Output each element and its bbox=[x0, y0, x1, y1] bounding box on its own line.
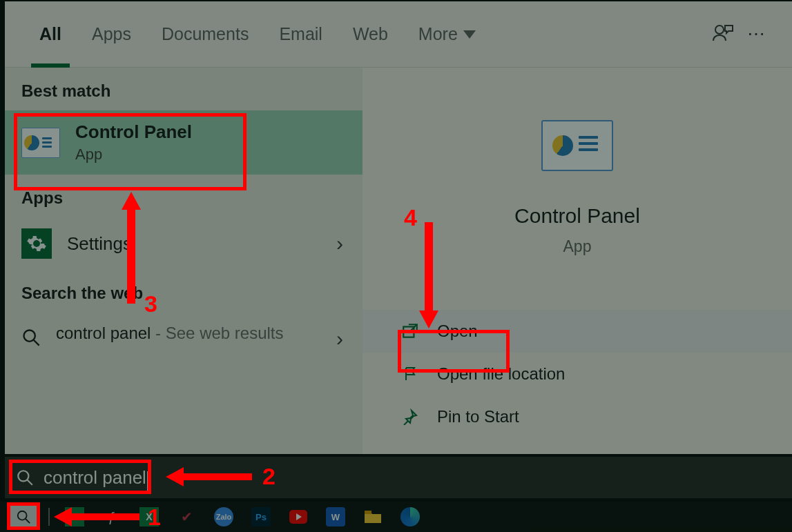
search-tabs: All Apps Documents Email Web More ⋯ bbox=[5, 1, 792, 68]
search-results-panel: All Apps Documents Email Web More ⋯ bbox=[5, 1, 792, 454]
pin-icon bbox=[400, 406, 421, 427]
settings-label: Settings bbox=[67, 233, 132, 255]
svg-rect-11 bbox=[365, 511, 371, 514]
svg-point-1 bbox=[715, 26, 724, 34]
annotation-arrow-3 bbox=[127, 207, 135, 304]
taskbar-app-edge[interactable] bbox=[396, 504, 424, 529]
svg-line-6 bbox=[27, 480, 32, 485]
annotation-arrowhead-4 bbox=[419, 311, 438, 328]
detail-title: Control Panel bbox=[514, 204, 640, 228]
control-panel-icon bbox=[541, 120, 613, 171]
svg-line-8 bbox=[26, 519, 30, 523]
chevron-down-icon bbox=[463, 30, 476, 39]
svg-point-5 bbox=[18, 471, 28, 481]
web-result-control-panel[interactable]: control panel - See web results › bbox=[5, 313, 363, 358]
text-cursor bbox=[147, 471, 148, 491]
apps-item-settings[interactable]: Settings › bbox=[5, 217, 363, 270]
taskbar-app-check[interactable]: ✔ bbox=[173, 504, 200, 529]
svg-point-7 bbox=[18, 511, 27, 520]
detail-sub: App bbox=[563, 237, 592, 256]
tab-more-label: More bbox=[418, 24, 458, 44]
taskbar-app-explorer[interactable] bbox=[359, 504, 387, 529]
taskbar-search-button[interactable] bbox=[10, 504, 37, 529]
detail-actions: Open Open file location Pin to Start bbox=[363, 310, 792, 438]
annotation-arrow-4 bbox=[425, 222, 433, 312]
svg-point-2 bbox=[24, 331, 35, 342]
tab-apps[interactable]: Apps bbox=[77, 1, 146, 68]
search-icon bbox=[16, 469, 34, 486]
action-pin-start-label: Pin to Start bbox=[437, 407, 519, 426]
svg-line-3 bbox=[34, 340, 39, 346]
best-match-control-panel[interactable]: Control Panel App bbox=[5, 110, 363, 175]
annotation-arrow-1 bbox=[70, 513, 139, 520]
tab-all[interactable]: All bbox=[24, 1, 77, 68]
taskbar-app-photoshop[interactable]: Ps bbox=[247, 504, 275, 529]
annotation-arrow-2 bbox=[183, 473, 252, 480]
tab-web[interactable]: Web bbox=[338, 1, 403, 68]
action-pin-to-start[interactable]: Pin to Start bbox=[363, 395, 792, 438]
tab-more[interactable]: More bbox=[403, 1, 491, 68]
annotation-arrowhead-1 bbox=[54, 507, 72, 526]
action-open-file-location[interactable]: Open file location bbox=[363, 353, 792, 395]
annotation-number-1: 1 bbox=[148, 504, 161, 531]
search-input-bar[interactable]: control panel bbox=[5, 457, 792, 498]
tab-email[interactable]: Email bbox=[264, 1, 338, 68]
action-open-label: Open bbox=[437, 322, 478, 341]
tab-documents[interactable]: Documents bbox=[146, 1, 264, 68]
gear-icon bbox=[21, 228, 52, 259]
best-match-sub: App bbox=[75, 146, 192, 164]
overflow-menu-icon[interactable]: ⋯ bbox=[740, 18, 773, 51]
action-open-location-label: Open file location bbox=[437, 364, 565, 384]
annotation-arrowhead-2 bbox=[166, 467, 184, 486]
results-left-column: Best match Control Panel App Apps bbox=[5, 68, 363, 454]
apps-header: Apps bbox=[5, 175, 363, 217]
chevron-right-icon: › bbox=[336, 327, 343, 351]
annotation-number-3: 3 bbox=[144, 290, 157, 317]
search-icon bbox=[21, 324, 41, 347]
annotation-number-4: 4 bbox=[404, 204, 417, 231]
web-query-text: control panel bbox=[56, 324, 151, 342]
search-input-value: control panel bbox=[44, 467, 146, 489]
folder-location-icon bbox=[400, 364, 421, 384]
annotation-arrowhead-3 bbox=[122, 192, 141, 210]
search-web-header: Search the web bbox=[5, 270, 363, 313]
open-icon bbox=[400, 321, 421, 342]
chevron-right-icon: › bbox=[336, 232, 343, 255]
taskbar-app-youtube[interactable] bbox=[284, 504, 312, 529]
annotation-number-2: 2 bbox=[262, 463, 276, 490]
taskbar-app-word[interactable]: W bbox=[322, 504, 349, 529]
control-panel-icon bbox=[21, 128, 60, 158]
web-suffix-text: - See web results bbox=[151, 324, 283, 342]
taskbar-divider bbox=[48, 508, 50, 526]
best-match-title: Control Panel bbox=[75, 121, 192, 143]
feedback-icon[interactable] bbox=[706, 18, 740, 51]
best-match-header: Best match bbox=[5, 68, 363, 110]
taskbar-app-zalo[interactable]: Zalo bbox=[210, 504, 238, 529]
svg-marker-0 bbox=[463, 30, 476, 39]
